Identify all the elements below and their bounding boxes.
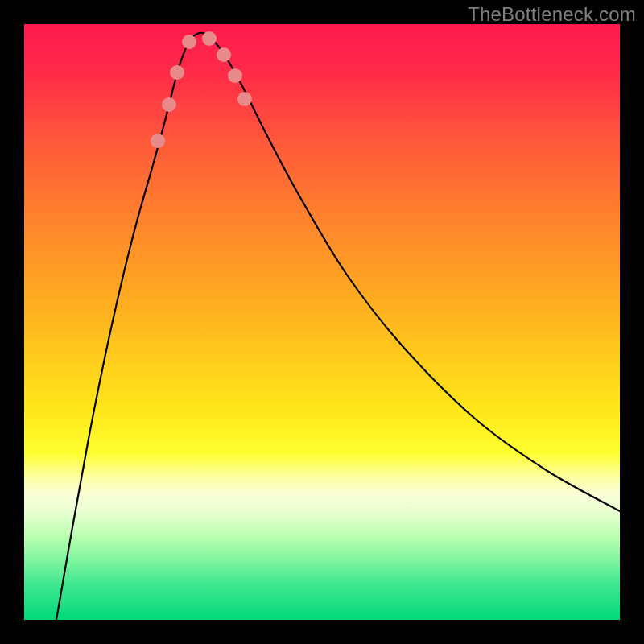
curve-marker (162, 97, 176, 112)
curve-marker (237, 92, 252, 106)
watermark-text: TheBottleneck.com (468, 3, 636, 26)
curve-marker (217, 47, 231, 62)
chart-outer-frame: TheBottleneck.com (0, 0, 644, 644)
bottleneck-chart (24, 24, 620, 620)
gradient-background (24, 24, 620, 620)
curve-marker (228, 68, 242, 83)
curve-marker (202, 31, 217, 46)
plot-area (24, 24, 620, 620)
curve-marker (182, 35, 196, 49)
curve-marker (151, 134, 165, 148)
curve-marker (170, 65, 184, 80)
